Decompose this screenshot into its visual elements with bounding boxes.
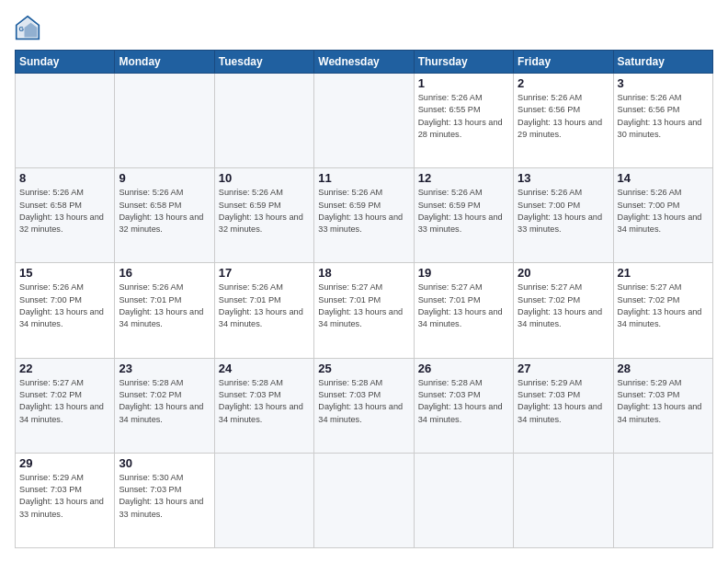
header: G: [15, 15, 713, 40]
day-number: 9: [119, 171, 210, 185]
calendar-cell: 26 Sunrise: 5:28 AM Sunset: 7:03 PM Dayl…: [414, 358, 513, 453]
calendar-cell: 16 Sunrise: 5:26 AM Sunset: 7:01 PM Dayl…: [115, 263, 214, 358]
day-info: Sunrise: 5:26 AM Sunset: 6:58 PM Dayligh…: [19, 187, 110, 236]
calendar-table: SundayMondayTuesdayWednesdayThursdayFrid…: [15, 50, 713, 548]
day-number: 11: [318, 171, 409, 185]
day-info: Sunrise: 5:28 AM Sunset: 7:03 PM Dayligh…: [219, 377, 310, 426]
day-number: 27: [518, 362, 609, 375]
calendar-cell: [414, 453, 513, 547]
calendar-cell: 10 Sunrise: 5:26 AM Sunset: 6:59 PM Dayl…: [214, 168, 313, 263]
day-number: 30: [119, 456, 210, 470]
day-info: Sunrise: 5:26 AM Sunset: 7:01 PM Dayligh…: [119, 282, 210, 330]
day-number: 29: [19, 456, 110, 470]
day-number: 15: [19, 266, 110, 280]
calendar-body: 1 Sunrise: 5:26 AM Sunset: 6:55 PM Dayli…: [16, 74, 713, 548]
calendar-cell: [613, 453, 712, 547]
calendar-cell: 25 Sunrise: 5:28 AM Sunset: 7:03 PM Dayl…: [314, 358, 414, 453]
day-info: Sunrise: 5:27 AM Sunset: 7:01 PM Dayligh…: [318, 282, 409, 330]
day-info: Sunrise: 5:29 AM Sunset: 7:03 PM Dayligh…: [19, 472, 110, 521]
calendar-cell: [214, 74, 313, 168]
day-info: Sunrise: 5:29 AM Sunset: 7:03 PM Dayligh…: [618, 377, 709, 426]
calendar-cell: 20 Sunrise: 5:27 AM Sunset: 7:02 PM Dayl…: [514, 263, 613, 358]
calendar-cell: 27 Sunrise: 5:29 AM Sunset: 7:03 PM Dayl…: [514, 358, 613, 453]
day-info: Sunrise: 5:26 AM Sunset: 7:00 PM Dayligh…: [518, 187, 609, 236]
calendar-cell: 28 Sunrise: 5:29 AM Sunset: 7:03 PM Dayl…: [613, 358, 712, 453]
day-number: 19: [418, 266, 509, 280]
day-number: 24: [219, 362, 310, 375]
day-info: Sunrise: 5:28 AM Sunset: 7:02 PM Dayligh…: [119, 377, 210, 426]
calendar-cell: 21 Sunrise: 5:27 AM Sunset: 7:02 PM Dayl…: [613, 263, 712, 358]
calendar-cell: 23 Sunrise: 5:28 AM Sunset: 7:02 PM Dayl…: [115, 358, 214, 453]
calendar-cell: 14 Sunrise: 5:26 AM Sunset: 7:00 PM Dayl…: [613, 168, 712, 263]
day-number: 21: [618, 266, 709, 280]
day-info: Sunrise: 5:26 AM Sunset: 6:59 PM Dayligh…: [318, 187, 409, 236]
day-number: 28: [618, 362, 709, 375]
calendar-cell: 22 Sunrise: 5:27 AM Sunset: 7:02 PM Dayl…: [16, 358, 115, 453]
day-info: Sunrise: 5:26 AM Sunset: 7:01 PM Dayligh…: [219, 282, 310, 330]
calendar-cell: 17 Sunrise: 5:26 AM Sunset: 7:01 PM Dayl…: [214, 263, 313, 358]
weekday-header: Saturday: [613, 51, 712, 74]
day-number: 8: [19, 171, 110, 185]
day-number: 20: [518, 266, 609, 280]
weekday-row: SundayMondayTuesdayWednesdayThursdayFrid…: [16, 51, 713, 74]
svg-text:G: G: [18, 26, 24, 32]
day-info: Sunrise: 5:26 AM Sunset: 7:00 PM Dayligh…: [19, 282, 110, 330]
calendar-week-row: 22 Sunrise: 5:27 AM Sunset: 7:02 PM Dayl…: [16, 358, 713, 453]
logo-icon: G: [15, 15, 40, 40]
calendar-cell: [314, 74, 414, 168]
day-number: 25: [318, 362, 409, 375]
calendar-cell: [314, 453, 414, 547]
day-info: Sunrise: 5:26 AM Sunset: 7:00 PM Dayligh…: [618, 187, 709, 236]
page: G SundayMondayTuesdayWednesdayThursdayFr…: [0, 0, 728, 563]
day-number: 1: [418, 76, 509, 90]
day-number: 2: [518, 76, 609, 90]
weekday-header: Friday: [514, 51, 613, 74]
day-info: Sunrise: 5:26 AM Sunset: 6:59 PM Dayligh…: [418, 187, 509, 236]
day-info: Sunrise: 5:27 AM Sunset: 7:02 PM Dayligh…: [518, 282, 609, 330]
day-info: Sunrise: 5:29 AM Sunset: 7:03 PM Dayligh…: [518, 377, 609, 426]
calendar-cell: 8 Sunrise: 5:26 AM Sunset: 6:58 PM Dayli…: [16, 168, 115, 263]
weekday-header: Thursday: [414, 51, 513, 74]
day-info: Sunrise: 5:30 AM Sunset: 7:03 PM Dayligh…: [119, 472, 210, 521]
calendar-cell: 2 Sunrise: 5:26 AM Sunset: 6:56 PM Dayli…: [514, 74, 613, 168]
calendar-cell: 18 Sunrise: 5:27 AM Sunset: 7:01 PM Dayl…: [314, 263, 414, 358]
calendar-week-row: 29 Sunrise: 5:29 AM Sunset: 7:03 PM Dayl…: [16, 453, 713, 547]
calendar-cell: [115, 74, 214, 168]
day-info: Sunrise: 5:26 AM Sunset: 6:59 PM Dayligh…: [219, 187, 310, 236]
calendar-week-row: 15 Sunrise: 5:26 AM Sunset: 7:00 PM Dayl…: [16, 263, 713, 358]
calendar-cell: 3 Sunrise: 5:26 AM Sunset: 6:56 PM Dayli…: [613, 74, 712, 168]
day-number: 26: [418, 362, 509, 375]
calendar-cell: [214, 453, 313, 547]
day-number: 10: [219, 171, 310, 185]
day-number: 16: [119, 266, 210, 280]
calendar-cell: 29 Sunrise: 5:29 AM Sunset: 7:03 PM Dayl…: [16, 453, 115, 547]
calendar-cell: 13 Sunrise: 5:26 AM Sunset: 7:00 PM Dayl…: [514, 168, 613, 263]
day-info: Sunrise: 5:27 AM Sunset: 7:01 PM Dayligh…: [418, 282, 509, 330]
weekday-header: Tuesday: [214, 51, 313, 74]
day-number: 12: [418, 171, 509, 185]
calendar-cell: 11 Sunrise: 5:26 AM Sunset: 6:59 PM Dayl…: [314, 168, 414, 263]
calendar-cell: 19 Sunrise: 5:27 AM Sunset: 7:01 PM Dayl…: [414, 263, 513, 358]
weekday-header: Wednesday: [314, 51, 414, 74]
day-number: 14: [618, 171, 709, 185]
day-info: Sunrise: 5:26 AM Sunset: 6:55 PM Dayligh…: [418, 92, 509, 141]
calendar-cell: 1 Sunrise: 5:26 AM Sunset: 6:55 PM Dayli…: [414, 74, 513, 168]
day-number: 18: [318, 266, 409, 280]
day-number: 22: [19, 362, 110, 375]
day-number: 13: [518, 171, 609, 185]
day-info: Sunrise: 5:28 AM Sunset: 7:03 PM Dayligh…: [318, 377, 409, 426]
day-number: 3: [618, 76, 709, 90]
calendar-header: SundayMondayTuesdayWednesdayThursdayFrid…: [16, 51, 713, 74]
day-info: Sunrise: 5:26 AM Sunset: 6:56 PM Dayligh…: [618, 92, 709, 141]
calendar-cell: 12 Sunrise: 5:26 AM Sunset: 6:59 PM Dayl…: [414, 168, 513, 263]
day-info: Sunrise: 5:28 AM Sunset: 7:03 PM Dayligh…: [418, 377, 509, 426]
day-info: Sunrise: 5:27 AM Sunset: 7:02 PM Dayligh…: [19, 377, 110, 426]
calendar-cell: 15 Sunrise: 5:26 AM Sunset: 7:00 PM Dayl…: [16, 263, 115, 358]
calendar-cell: [514, 453, 613, 547]
day-number: 23: [119, 362, 210, 375]
calendar-cell: [16, 74, 115, 168]
day-info: Sunrise: 5:26 AM Sunset: 6:56 PM Dayligh…: [518, 92, 609, 141]
day-number: 17: [219, 266, 310, 280]
day-info: Sunrise: 5:26 AM Sunset: 6:58 PM Dayligh…: [119, 187, 210, 236]
calendar-cell: 24 Sunrise: 5:28 AM Sunset: 7:03 PM Dayl…: [214, 358, 313, 453]
